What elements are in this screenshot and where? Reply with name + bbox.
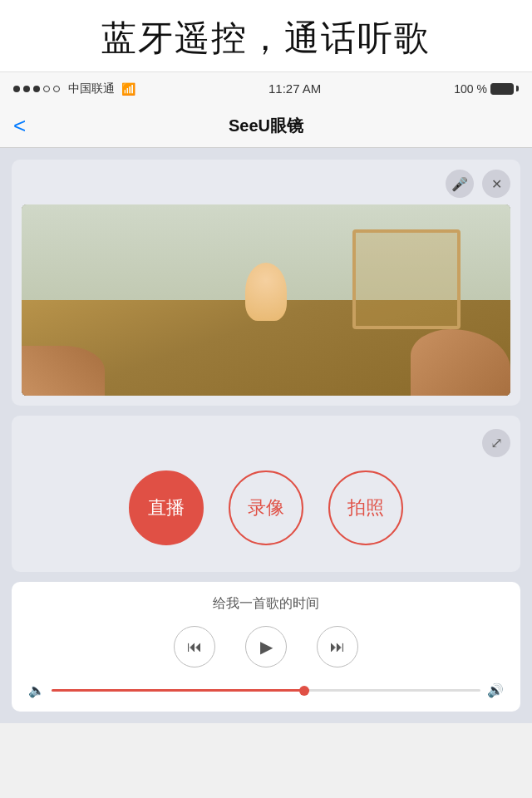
status-time: 11:27 AM [268, 81, 321, 96]
status-bar: 中国联通 📶 11:27 AM 100 % [0, 71, 532, 105]
controls-top-right: ⤢ [22, 429, 510, 457]
play-button[interactable]: ▶ [245, 626, 287, 667]
carrier-label: 中国联通 [68, 81, 115, 96]
signal-dot-1 [13, 86, 20, 92]
page-heading: 蓝牙遥控，通话听歌 [25, 15, 507, 62]
forward-button[interactable]: ⏭ [317, 626, 358, 667]
close-icon: ✕ [491, 176, 502, 192]
top-heading-section: 蓝牙遥控，通话听歌 [0, 0, 532, 71]
play-icon: ▶ [260, 637, 273, 657]
live-label: 直播 [148, 495, 185, 520]
mode-buttons: 直播 录像 拍照 [22, 467, 510, 559]
mic-icon: 🎤 [451, 176, 468, 192]
nav-bar: < SeeU眼镜 [0, 105, 532, 148]
nav-title: SeeU眼镜 [229, 115, 303, 137]
forward-icon: ⏭ [330, 638, 345, 656]
progress-fill [52, 689, 309, 692]
rewind-icon: ⏮ [187, 638, 202, 656]
volume-max-icon: 🔊 [487, 682, 504, 698]
photo-button[interactable]: 拍照 [328, 470, 403, 545]
volume-min-icon: 🔈 [28, 682, 45, 698]
signal-dot-4 [43, 86, 50, 92]
battery-body [490, 83, 514, 95]
song-title: 给我一首歌的时间 [28, 595, 504, 613]
scene-baby [245, 263, 287, 321]
expand-icon: ⤢ [490, 434, 503, 452]
status-left: 中国联通 📶 [13, 81, 135, 96]
battery-tip [516, 86, 519, 91]
back-button[interactable]: < [13, 113, 26, 139]
controls-card: ⤢ 直播 录像 拍照 [12, 416, 520, 572]
status-right: 100 % [454, 82, 519, 96]
rewind-button[interactable]: ⏮ [174, 626, 215, 667]
signal-dot-2 [23, 86, 30, 92]
music-controls: ⏮ ▶ ⏭ [28, 626, 504, 667]
battery-percent: 100 % [454, 82, 487, 96]
video-frame [22, 204, 510, 396]
video-controls-top: 🎤 ✕ [22, 170, 510, 198]
progress-thumb[interactable] [299, 686, 309, 696]
record-label: 录像 [248, 495, 284, 520]
photo-label: 拍照 [347, 495, 384, 520]
progress-bar: 🔈 🔊 [28, 682, 504, 698]
mic-button[interactable]: 🎤 [446, 170, 474, 198]
record-button[interactable]: 录像 [229, 470, 303, 545]
scene-crib [352, 229, 461, 329]
battery-fill [491, 84, 513, 94]
battery-icon [490, 83, 519, 95]
video-scene [22, 204, 510, 396]
music-card: 给我一首歌的时间 ⏮ ▶ ⏭ 🔈 🔊 [12, 582, 520, 712]
scene-hand-left [22, 346, 105, 396]
video-card: 🎤 ✕ [12, 160, 520, 406]
main-content: 🎤 ✕ ⤢ 直播 [0, 148, 532, 723]
live-button[interactable]: 直播 [129, 470, 204, 545]
signal-dot-3 [33, 86, 40, 92]
progress-track[interactable] [52, 689, 480, 692]
expand-button[interactable]: ⤢ [482, 429, 510, 457]
wifi-icon: 📶 [121, 82, 135, 96]
close-video-button[interactable]: ✕ [482, 170, 510, 198]
signal-dot-5 [53, 86, 60, 92]
